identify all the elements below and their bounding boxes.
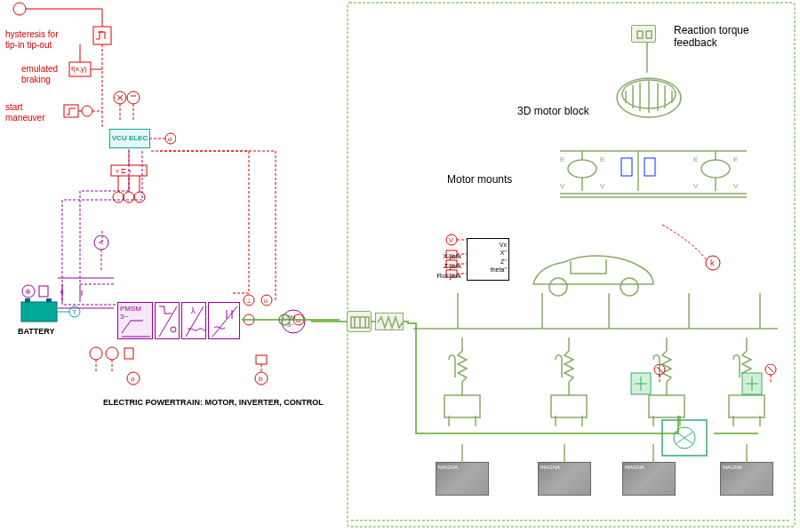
torque-fb-block [631,25,656,43]
road-tile-2: MAGNA [538,462,591,496]
svg-point-66 [106,347,118,360]
svg-point-45 [171,327,176,332]
svg-point-89 [568,160,596,178]
svg-rect-77 [646,31,652,38]
svg-text:E: E [560,155,564,163]
start-maneuver-label: start maneuver [5,102,46,123]
vcu-text: VCU ELEC [112,135,148,142]
svg-text:⊕: ⊕ [25,288,31,296]
out-vx: Vx [469,241,507,249]
svg-rect-67 [124,348,133,359]
svg-text:E: E [733,155,738,163]
svg-point-65 [90,347,102,360]
svg-text:V: V [693,182,699,190]
svg-text:k: k [710,258,715,267]
svg-rect-96 [621,158,632,176]
road-tile-3: MAGNA [622,462,676,496]
reaction-torque-label: Reaction torque feedback [674,24,772,50]
signal-output-block: Vx X'' Z'' theta'' [467,238,509,281]
svg-text:V: V [560,182,565,190]
motor-mounts-label: Motor mounts [447,173,512,186]
out-x2: X'' [469,249,507,257]
svg-text:o: o [131,375,135,383]
svg-point-1 [13,3,26,15]
emulated-braking-label: emulated braking [21,64,66,85]
out-theta2: theta'' [469,266,507,274]
svg-point-14 [127,91,140,104]
svg-rect-8 [64,105,78,117]
svg-point-9 [82,106,92,116]
spring-block [375,313,404,330]
svg-text:b: b [259,375,263,383]
motor-block-3d-label: 3D motor block [517,105,589,117]
svg-point-99 [701,160,730,178]
road-tile-1: MAGNA [436,462,489,496]
svg-rect-4 [93,27,111,44]
svg-text:E: E [693,155,698,163]
svg-rect-97 [644,158,655,176]
svg-text:V: V [733,182,739,190]
svg-text:E: E [600,155,604,163]
jerk-labels: X jerk Z jerk Rot jerk [424,252,461,281]
svg-rect-76 [637,31,643,38]
svg-text:o: o [168,135,172,143]
road-tile-4: MAGNA [720,462,773,496]
svg-text:V: V [600,182,605,190]
powertrain-label: ELECTRIC POWERTRAIN: MOTOR, INVERTER, CO… [103,398,324,408]
hysteresis-label: hysteresis for tip-in tip-out [5,29,59,51]
coupling-block [347,311,372,332]
svg-rect-33 [25,298,30,302]
svg-text:V: V [449,237,453,243]
vcu-block: VCU ELEC [109,129,150,148]
out-z2: Z'' [469,258,507,266]
fxy-label: f(x,y) [71,65,87,74]
svg-rect-72 [256,355,267,364]
